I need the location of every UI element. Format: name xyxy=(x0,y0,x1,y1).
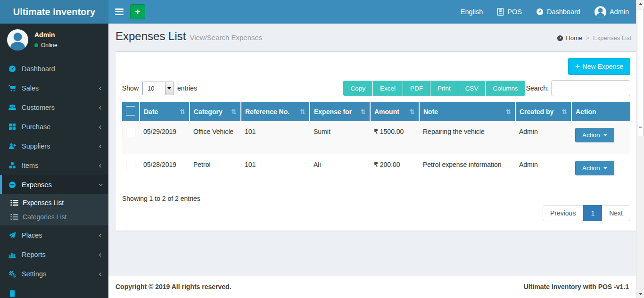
select-all-header[interactable] xyxy=(122,102,140,121)
pagination-previous-button[interactable]: Previous xyxy=(543,205,583,221)
select-dropdown-icon xyxy=(165,82,173,95)
online-dot-icon xyxy=(34,43,38,47)
sidebar-item-suppliers[interactable]: Suppliers ‹ xyxy=(0,136,108,156)
cell-amount: ₹ 200.00 xyxy=(370,154,419,187)
sidebar-item-customers[interactable]: Customers ‹ xyxy=(0,98,108,117)
user-name-label: Admin xyxy=(610,8,629,16)
brand-logo[interactable]: Ultimate Inventory xyxy=(0,0,108,24)
scrollbar-thumb[interactable] xyxy=(637,9,644,136)
top-navbar: Ultimate Inventory + English POS Dashboa… xyxy=(0,0,644,24)
chevron-left-icon: ‹ xyxy=(99,163,101,168)
chevron-left-icon: ‹ xyxy=(99,124,101,129)
columns-button[interactable]: Columns xyxy=(486,81,525,96)
sidebar-user-panel: Admin Online xyxy=(0,24,108,57)
search-input[interactable] xyxy=(551,80,630,96)
bar-chart-icon xyxy=(8,251,17,258)
cell-created-by: Admin xyxy=(515,154,571,187)
scroll-down-arrow[interactable] xyxy=(636,290,644,298)
sidebar-menu: Dashboard Sales ‹ Customers ‹ Purchase ‹ xyxy=(0,59,108,298)
sidebar-item-reports[interactable]: Reports ‹ xyxy=(0,245,108,264)
pagination: Previous 1 Next xyxy=(543,205,630,221)
export-buttons: Copy Excel PDF Print CSV Columns xyxy=(343,81,525,96)
column-header-note[interactable]: Note⇅ xyxy=(419,102,515,121)
breadcrumb: Home > Expenses List xyxy=(557,34,631,41)
plus-icon: + xyxy=(575,62,579,71)
sidebar-item-sales[interactable]: Sales ‹ xyxy=(0,78,108,98)
select-all-checkbox[interactable] xyxy=(126,106,135,116)
language-label: English xyxy=(461,8,483,16)
sidebar-item-purchase[interactable]: Purchase ‹ xyxy=(0,117,108,136)
cell-reference: 101 xyxy=(241,154,310,187)
paper-plane-icon xyxy=(8,232,17,239)
excel-button[interactable]: Excel xyxy=(373,81,403,96)
language-menu[interactable]: English xyxy=(461,8,483,16)
sidebar-item-items[interactable]: Items ‹ xyxy=(0,156,108,175)
vertical-scrollbar xyxy=(636,0,644,298)
cell-note: Petrol expense information xyxy=(419,154,515,187)
column-header-amount[interactable]: Amount⇅ xyxy=(370,102,419,121)
table-row: 05/28/2019 Petrol 101 Ali ₹ 200.00 Petro… xyxy=(122,154,630,187)
pagination-next-button[interactable]: Next xyxy=(602,205,630,221)
expenses-submenu: Expenses List Categories List xyxy=(0,194,108,225)
scroll-up-arrow[interactable] xyxy=(636,0,644,8)
cell-amount: ₹ 1500.00 xyxy=(370,121,419,154)
sidebar-item-dashboard[interactable]: Dashboard xyxy=(0,59,108,78)
sidebar-subitem-expenses-list[interactable]: Expenses List xyxy=(0,196,108,210)
home-icon xyxy=(557,35,563,41)
sidebar-item-partial[interactable] xyxy=(0,283,108,298)
pos-label: POS xyxy=(507,8,522,16)
content-header: Expenses ListView/Search Expenses Home >… xyxy=(116,30,637,45)
print-button[interactable]: Print xyxy=(430,81,458,96)
minus-circle-icon xyxy=(8,181,17,189)
page-size-select[interactable]: 10 xyxy=(142,82,173,95)
navbar-right-menu: English POS Dashboard Admin xyxy=(461,0,629,24)
sidebar-item-expenses[interactable]: Expenses ‹ xyxy=(0,175,108,194)
copy-button[interactable]: Copy xyxy=(343,81,373,96)
csv-button[interactable]: CSV xyxy=(458,81,486,96)
row-checkbox[interactable] xyxy=(126,128,135,137)
sort-icon: ⇅ xyxy=(505,108,511,115)
dashboard-link[interactable]: Dashboard xyxy=(536,8,580,16)
cell-expense-for: Sumit xyxy=(310,121,370,154)
quick-add-button[interactable]: + xyxy=(130,4,145,19)
sidebar-item-settings[interactable]: Settings ‹ xyxy=(0,264,108,283)
table-row: 05/29/2019 Office Vehicle 101 Sumit ₹ 15… xyxy=(122,121,630,154)
row-action-button[interactable]: Action xyxy=(575,161,614,175)
online-label: Online xyxy=(41,42,58,49)
column-header-category[interactable]: Category⇅ xyxy=(190,102,241,121)
new-expense-button[interactable]: + New Expense xyxy=(568,58,630,75)
chevron-down-icon: ‹ xyxy=(98,183,102,186)
cell-date: 05/29/2019 xyxy=(140,121,190,154)
list-icon xyxy=(10,199,18,206)
row-action-button[interactable]: Action xyxy=(575,128,614,142)
column-header-reference[interactable]: Reference No.⇅ xyxy=(241,102,310,121)
users-icon xyxy=(8,104,17,111)
sidebar: Admin Online Dashboard Sales ‹ xyxy=(0,24,108,298)
page-title: Expenses List xyxy=(116,30,186,42)
row-checkbox[interactable] xyxy=(126,161,135,170)
user-menu[interactable]: Admin xyxy=(594,6,629,18)
chevron-left-icon: ‹ xyxy=(99,144,101,149)
pdf-button[interactable]: PDF xyxy=(403,81,430,96)
sort-icon: ⇅ xyxy=(180,108,185,115)
column-header-expense-for[interactable]: Expense for⇅ xyxy=(310,102,370,121)
sidebar-toggle-button[interactable] xyxy=(108,0,130,24)
clipboard-icon xyxy=(8,290,17,297)
scrollbar-grip xyxy=(639,126,642,130)
sidebar-item-places[interactable]: Places ‹ xyxy=(0,225,108,245)
column-header-date[interactable]: Date⇅ xyxy=(140,102,190,121)
breadcrumb-current: Expenses List xyxy=(593,34,631,41)
copyright-text: Copyright © 2019 All rights reserved. xyxy=(116,283,231,291)
column-header-created-by[interactable]: Created by⇅ xyxy=(515,102,571,121)
list-icon xyxy=(10,214,18,220)
cubes-icon xyxy=(8,162,17,169)
calculator-icon xyxy=(497,8,504,16)
sidebar-subitem-categories-list[interactable]: Categories List xyxy=(0,210,108,224)
pagination-page-1[interactable]: 1 xyxy=(583,205,602,221)
pos-link[interactable]: POS xyxy=(497,8,522,16)
breadcrumb-home-link[interactable]: Home xyxy=(557,34,582,41)
expenses-box: + New Expense Show 10 entries Copy Excel… xyxy=(116,51,637,231)
breadcrumb-separator: > xyxy=(586,35,589,41)
user-status[interactable]: Online xyxy=(34,42,58,49)
chevron-left-icon: ‹ xyxy=(99,272,101,276)
